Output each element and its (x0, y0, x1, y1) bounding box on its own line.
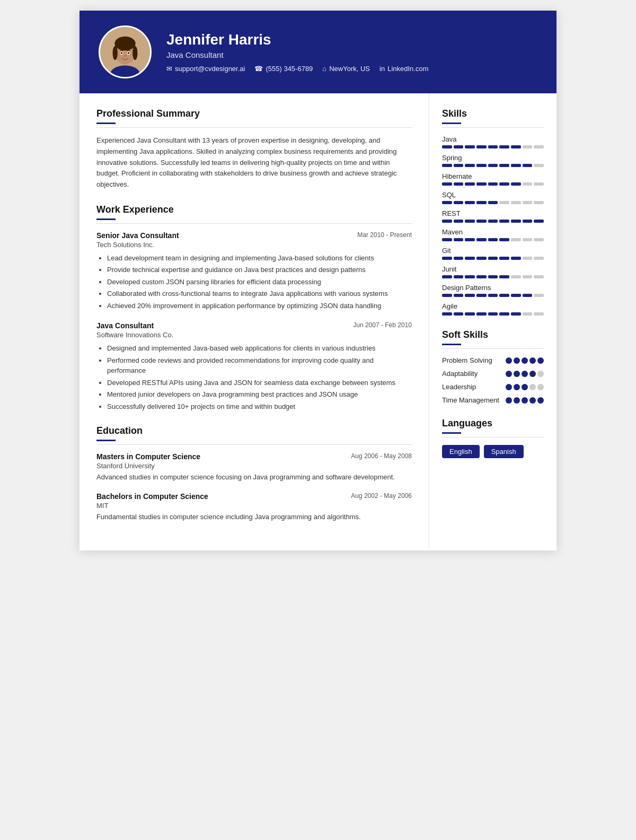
skill-seg-empty (523, 275, 533, 278)
education-divider (96, 440, 116, 441)
resume-body: Professional Summary Experienced Java Co… (80, 93, 556, 550)
skill-bar (442, 145, 544, 148)
languages-hr (442, 437, 544, 438)
skill-seg-filled (454, 275, 464, 278)
skill-seg-filled (499, 220, 509, 223)
skill-seg-filled (476, 312, 487, 316)
edu-desc: Fundamental studies in computer science … (96, 512, 412, 522)
dot-filled (514, 357, 520, 364)
skill-seg-filled (442, 238, 452, 241)
skill-seg-filled (488, 201, 498, 204)
skill-seg-filled (442, 145, 452, 148)
skill-seg-filled (488, 294, 498, 297)
edu-school: MIT (96, 502, 412, 510)
dot-filled (514, 397, 520, 404)
skill-seg-filled (511, 257, 521, 260)
dot-empty (537, 384, 544, 390)
summary-title: Professional Summary (96, 108, 412, 119)
skill-seg-filled (499, 294, 509, 297)
skill-seg-filled (511, 182, 521, 186)
skill-seg-filled (499, 312, 509, 316)
skill-seg-filled (511, 220, 521, 223)
skills-section: Skills JavaSpringHibernateSQLRESTMavenGi… (442, 108, 544, 316)
soft-skills-container: Problem SolvingAdaptabilityLeadershipTim… (442, 356, 544, 404)
edu-container: Masters in Computer ScienceAug 2006 - Ma… (96, 452, 412, 522)
skill-seg-filled (511, 312, 521, 316)
education-title: Education (96, 425, 412, 436)
skill-seg-filled (465, 220, 475, 223)
work-title: Work Experience (96, 204, 412, 215)
skill-seg-filled (465, 164, 475, 167)
language-tag: English (442, 445, 480, 458)
skill-seg-empty (534, 312, 544, 316)
skill-seg-filled (488, 220, 498, 223)
skill-seg-filled (465, 294, 475, 297)
contact-linkedin: in LinkedIn.com (379, 65, 428, 73)
skill-seg-filled (454, 257, 464, 260)
soft-skill-dots (506, 357, 544, 364)
skill-seg-filled (442, 182, 452, 186)
soft-skill-name: Leadership (442, 383, 476, 391)
dot-filled (522, 371, 528, 377)
dot-filled (529, 357, 536, 364)
list-item: Achieved 20% improvement in application … (107, 301, 412, 311)
dot-filled (522, 357, 528, 364)
soft-skill-item: Problem Solving (442, 356, 544, 364)
soft-skills-section: Soft Skills Problem SolvingAdaptabilityL… (442, 329, 544, 404)
candidate-title: Java Consultant (166, 50, 428, 59)
skills-container: JavaSpringHibernateSQLRESTMavenGitJunitD… (442, 135, 544, 316)
skill-bar (442, 182, 544, 186)
edu-degree: Masters in Computer Science (96, 452, 200, 461)
skill-seg-empty (534, 201, 544, 204)
skill-seg-filled (476, 257, 487, 260)
skill-seg-filled (523, 220, 533, 223)
skill-seg-filled (476, 182, 487, 186)
svg-point-6 (132, 46, 137, 60)
skill-seg-filled (476, 201, 487, 204)
linkedin-icon: in (379, 65, 385, 73)
soft-skill-name: Adaptability (442, 370, 478, 378)
skill-name: REST (442, 209, 544, 217)
skill-seg-filled (511, 145, 521, 148)
skill-name: Hibernate (442, 172, 544, 180)
svg-point-4 (114, 37, 135, 50)
languages-title: Languages (442, 418, 544, 429)
skill-bar (442, 238, 544, 241)
skill-seg-filled (465, 201, 475, 204)
skill-seg-empty (523, 201, 533, 204)
skill-seg-empty (523, 238, 533, 241)
skill-seg-empty (511, 238, 521, 241)
skill-seg-empty (523, 312, 533, 316)
edu-degree: Bachelors in Computer Science (96, 492, 208, 501)
soft-skill-item: Time Management (442, 396, 544, 404)
skill-seg-filled (454, 294, 464, 297)
dot-filled (506, 384, 512, 390)
header: Jennifer Harris Java Consultant ✉ suppor… (80, 11, 556, 93)
summary-hr (96, 127, 412, 128)
skill-seg-filled (488, 145, 498, 148)
skill-seg-filled (476, 275, 487, 278)
svg-point-11 (124, 55, 126, 57)
skill-seg-filled (523, 294, 533, 297)
skill-seg-filled (499, 182, 509, 186)
skill-seg-filled (442, 220, 452, 223)
dot-filled (522, 384, 528, 390)
skill-item: Design Patterns (442, 284, 544, 297)
skill-name: Spring (442, 154, 544, 162)
skill-seg-filled (454, 145, 464, 148)
dot-empty (537, 371, 544, 377)
language-tag: Spanish (484, 445, 524, 458)
skill-seg-filled (499, 145, 509, 148)
list-item: Performed code reviews and provided reco… (107, 355, 412, 376)
skill-seg-filled (511, 294, 521, 297)
edu-entry: Masters in Computer ScienceAug 2006 - Ma… (96, 452, 412, 483)
skill-name: Junit (442, 265, 544, 273)
skill-bar (442, 275, 544, 278)
summary-divider (96, 122, 116, 124)
edu-header: Masters in Computer ScienceAug 2006 - Ma… (96, 452, 412, 461)
skill-item: Maven (442, 228, 544, 241)
contact-email: ✉ support@cvdesigner.ai (166, 65, 245, 73)
soft-skill-item: Leadership (442, 383, 544, 391)
job-date: Mar 2010 - Present (357, 231, 412, 239)
skill-seg-filled (465, 238, 475, 241)
